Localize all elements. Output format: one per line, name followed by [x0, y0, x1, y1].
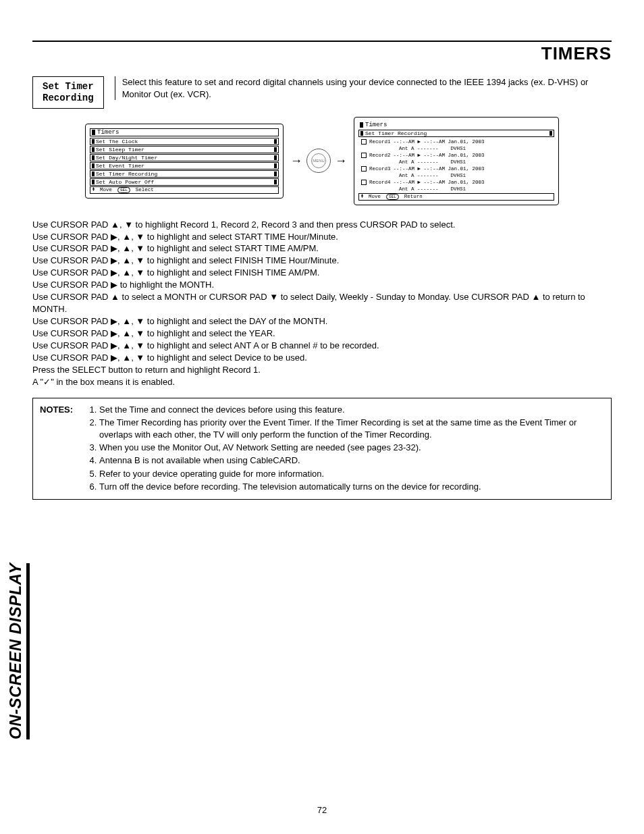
instruction-line: Use CURSOR PAD ▶, ▲, ▼ to highlight and …: [32, 267, 612, 279]
osd2-footer-sel: SEL: [386, 194, 399, 200]
record-name: Record1: [369, 138, 391, 145]
instruction-line: Use CURSOR PAD ▲ to select a MONTH or CU…: [32, 291, 612, 315]
osd-right-header: Set Timer Recording: [365, 130, 427, 136]
record-line2: Ant A ------- DVHS1: [399, 172, 466, 179]
instruction-line: Use CURSOR PAD ▶, ▲, ▼ to highlight and …: [32, 231, 612, 243]
record-line2: Ant A ------- DVHS1: [399, 145, 466, 152]
record-line2: Ant A ------- DVHS1: [399, 159, 466, 165]
menu-button-icon: MENU: [306, 149, 331, 173]
osd-item: Set Day/Night Timer: [96, 155, 157, 161]
record-line2: Ant A ------- DVHS1: [399, 186, 466, 192]
instructions-block: Use CURSOR PAD ▲, ▼ to highlight Record …: [32, 219, 612, 388]
arrow-right-icon: →: [290, 155, 302, 167]
osd-footer-move: Move: [100, 187, 112, 192]
checkbox-icon: [361, 166, 367, 172]
instruction-line: Use CURSOR PAD ▲, ▼ to highlight Record …: [32, 219, 612, 231]
osd-item: Set Timer Recording: [96, 171, 157, 177]
page-title: TIMERS: [32, 43, 612, 64]
record-name: Record4: [369, 179, 391, 186]
arrow-right-icon: →: [335, 155, 347, 167]
instruction-line: A "✓" in the box means it is enabled.: [32, 376, 612, 388]
osd-footer-select: Select: [136, 187, 154, 192]
instruction-line: Use CURSOR PAD ▶, ▲, ▼ to highlight and …: [32, 328, 612, 340]
note-item: When you use the Monitor Out, AV Network…: [99, 442, 604, 454]
osd2-footer-move: Move: [369, 194, 381, 199]
note-item: Antenna B is not available when using Ca…: [99, 454, 604, 467]
instruction-line: Use CURSOR PAD ▶, ▲, ▼ to highlight and …: [32, 340, 612, 352]
instruction-line: Use CURSOR PAD ▶ to highlight the MONTH.: [32, 279, 612, 291]
record-name: Record2: [369, 152, 391, 159]
page-number: 72: [0, 805, 644, 815]
instruction-line: Use CURSOR PAD ▶, ▲, ▼ to highlight and …: [32, 315, 612, 328]
instruction-line: Press the SELECT button to return and hi…: [32, 364, 612, 376]
record-line: --:--AM ▶ --:--AM Jan.01, 2003: [394, 152, 485, 159]
record-line: --:--AM ▶ --:--AM Jan.01, 2003: [394, 138, 485, 145]
osd-item: Set Sleep Timer: [96, 147, 144, 153]
osd-item: Set Event Timer: [96, 163, 144, 169]
record-line: --:--AM ▶ --:--AM Jan.01, 2003: [394, 179, 485, 186]
osd-timers-menu: Timers Set The Clock Set Sleep Timer Set…: [85, 124, 284, 199]
osd2-footer-return: Return: [404, 194, 423, 199]
instruction-line: Use CURSOR PAD ▶, ▲, ▼ to highlight and …: [32, 255, 612, 267]
note-item: Set the Time and connect the devices bef…: [99, 404, 604, 416]
osd-timer-recording: Timers Set Timer Recording Record1 --:--…: [354, 117, 559, 205]
osd-item: Set Auto Power Off: [96, 179, 154, 185]
intro-text: Select this feature to set and record di…: [115, 76, 612, 100]
side-section-label: ON-SCREEN DISPLAY: [6, 563, 30, 739]
note-item: Refer to your device operating guide for…: [99, 468, 604, 480]
checkbox-icon: [361, 180, 367, 185]
instruction-line: Use CURSOR PAD ▶, ▲, ▼ to highlight and …: [32, 242, 612, 255]
checkbox-icon: [361, 139, 367, 145]
feature-box: Set Timer Recording: [32, 76, 104, 109]
checkbox-icon: [361, 153, 367, 158]
osd-right-top: Timers: [365, 122, 387, 128]
record-name: Record3: [369, 165, 391, 172]
record-line: --:--AM ▶ --:--AM Jan.01, 2003: [394, 165, 485, 172]
osd-footer-sel: SEL: [117, 187, 130, 193]
osd-left-title: Timers: [97, 129, 119, 136]
notes-label: NOTES:: [40, 404, 87, 416]
note-item: The Timer Recording has priority over th…: [99, 417, 604, 441]
notes-box: NOTES: Set the Time and connect the devi…: [32, 398, 612, 500]
instruction-line: Use CURSOR PAD ▶, ▲, ▼ to highlight and …: [32, 352, 612, 364]
osd-item: Set The Clock: [96, 138, 138, 145]
note-item: Turn off the device before recording. Th…: [99, 481, 604, 493]
